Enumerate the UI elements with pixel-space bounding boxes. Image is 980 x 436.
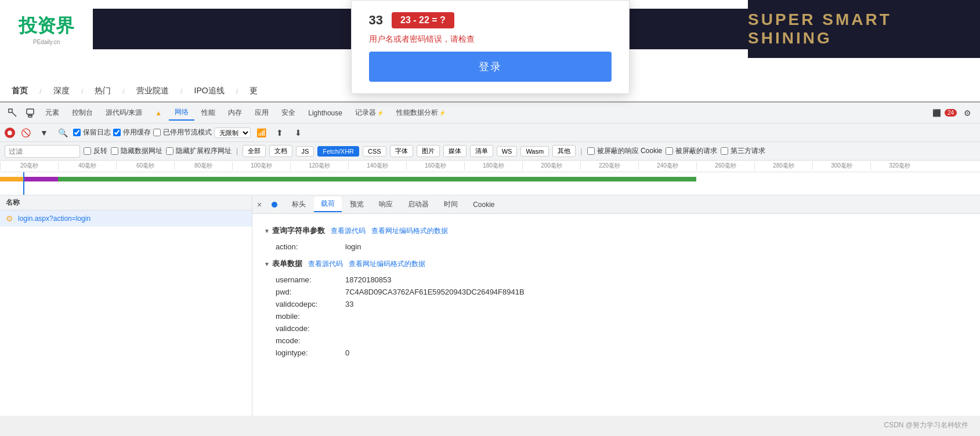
throttle-checkbox[interactable] xyxy=(153,129,161,136)
blocked-request-label[interactable]: 被屏蔽的请求 xyxy=(666,146,717,156)
hide-ext-label[interactable]: 隐藏扩展程序网址 xyxy=(166,146,232,156)
record-button[interactable]: ⏺ xyxy=(5,128,15,138)
hide-data-label[interactable]: 隐藏数据网址 xyxy=(111,146,162,156)
logo-text: 投资界 xyxy=(19,13,74,39)
nav-depth[interactable]: 深度 xyxy=(53,83,70,99)
tab-initiator[interactable]: 启动器 xyxy=(401,197,436,212)
filter-fetch-xhr[interactable]: Fetch/XHR xyxy=(317,146,359,157)
param-row-action: action: login xyxy=(264,241,968,253)
filter-all[interactable]: 全部 xyxy=(243,145,266,157)
nav-more[interactable]: 更 xyxy=(249,83,258,99)
tab-preview[interactable]: 预览 xyxy=(343,197,371,212)
devtools-toolbar2: ⏺ 🚫 ▼ 🔍 保留日志 停用缓存 已停用节流模式 无限制 📶 ⬆ ⬇ xyxy=(0,123,980,142)
blocked-cookie-checkbox[interactable] xyxy=(587,147,595,155)
details-panel: × 标头 载荷 预览 响应 启动器 时间 Cookie 查询字符串参数 查看源代… xyxy=(252,195,980,416)
view-url-encoded-link-form[interactable]: 查看网址编码格式的数据 xyxy=(349,259,425,269)
panel-split: 名称 ⚙ login.aspx?action=login × 标头 载荷 预览 … xyxy=(0,195,980,416)
throttle-label[interactable]: 已停用节流模式 xyxy=(153,128,212,137)
third-party-label[interactable]: 第三方请求 xyxy=(721,146,765,156)
view-url-encoded-link-query[interactable]: 查看网址编码格式的数据 xyxy=(371,226,448,236)
preserve-log-checkbox[interactable] xyxy=(73,129,81,136)
tab-headers[interactable]: 标头 xyxy=(285,197,313,212)
invert-label[interactable]: 反转 xyxy=(84,146,107,156)
filter-media[interactable]: 媒体 xyxy=(443,145,467,157)
view-source-link-query[interactable]: 查看源代码 xyxy=(331,226,366,236)
details-tabs: × 标头 载荷 预览 响应 启动器 时间 Cookie xyxy=(252,195,980,214)
tab-network[interactable]: 网络 xyxy=(169,105,194,121)
filter-button[interactable]: ▼ xyxy=(36,125,52,141)
view-source-link-form[interactable]: 查看源代码 xyxy=(308,259,343,269)
hide-ext-checkbox[interactable] xyxy=(166,147,173,155)
disable-cache-checkbox[interactable] xyxy=(113,129,121,136)
tab-recorder[interactable]: 记录器 ⚡ xyxy=(349,106,389,120)
request-row[interactable]: ⚙ login.aspx?action=login xyxy=(0,210,252,227)
param-row-pwd: pwd: 7C4A8D09CA3762AF61E59520943DC26494F… xyxy=(264,286,968,298)
tab-response[interactable]: 响应 xyxy=(372,197,400,212)
error-message: 用户名或者密码错误，请检查 xyxy=(369,34,612,45)
filter-img[interactable]: 图片 xyxy=(417,145,440,157)
hide-data-text: 隐藏数据网址 xyxy=(121,146,162,156)
tab-security[interactable]: 安全 xyxy=(276,106,301,120)
wifi-icon: 📶 xyxy=(253,125,269,141)
right-ad: SUPER SMART SHINING xyxy=(748,0,980,58)
filter-other[interactable]: 其他 xyxy=(552,145,576,157)
filter-font[interactable]: 字体 xyxy=(390,145,413,157)
download-icon[interactable]: ⬇ xyxy=(290,125,306,141)
invert-checkbox[interactable] xyxy=(84,147,91,155)
tab-payload[interactable]: 载荷 xyxy=(314,197,342,212)
filter-manifest[interactable]: 清单 xyxy=(470,145,493,157)
tab-memory[interactable]: 内存 xyxy=(222,106,248,120)
captcha-row: 33 23 - 22 = ? xyxy=(369,12,612,28)
third-party-checkbox[interactable] xyxy=(721,147,728,155)
param-value-validcodepc: 33 xyxy=(345,300,353,308)
device-icon[interactable] xyxy=(22,105,38,121)
settings-icon[interactable]: ⚙ xyxy=(959,105,975,121)
tab-sources[interactable]: 源代码/来源 xyxy=(100,106,148,120)
tab-console[interactable]: 控制台 xyxy=(66,106,99,120)
login-button[interactable]: 登录 xyxy=(369,52,612,82)
tab-elements[interactable]: 元素 xyxy=(39,106,65,120)
throttle-select[interactable]: 无限制 xyxy=(214,128,251,138)
nav-ipo[interactable]: IPO追线 xyxy=(194,83,225,99)
param-value-logintype: 0 xyxy=(345,348,349,357)
devtools-right-icons: ⬛ 24 ⚙ xyxy=(932,105,975,121)
clear-button[interactable]: 🚫 xyxy=(17,125,34,141)
filter-input[interactable] xyxy=(5,145,80,158)
form-section-header: 表单数据 查看源代码 查看网址编码格式的数据 xyxy=(264,259,968,269)
tab-application[interactable]: 应用 xyxy=(249,106,274,120)
tab-cookie[interactable]: Cookie xyxy=(466,198,501,211)
captcha-box[interactable]: 23 - 22 = ? xyxy=(392,12,454,28)
param-value-username: 18720180853 xyxy=(345,275,392,284)
query-section-title: 查询字符串参数 xyxy=(264,226,325,236)
tick-240: 240毫秒 xyxy=(638,162,696,170)
blocked-cookie-label[interactable]: 被屏蔽的响应 Cookie xyxy=(587,146,663,156)
param-key-validcodepc: validcodepc: xyxy=(276,300,345,308)
filter-ws[interactable]: WS xyxy=(497,146,518,157)
nav-hot[interactable]: 热门 xyxy=(95,83,111,99)
tab-performance[interactable]: 性能 xyxy=(196,106,221,120)
nav-business[interactable]: 营业院道 xyxy=(136,83,169,99)
request-icon: ⚙ xyxy=(6,214,13,223)
logo-area: 投资界 PEdaily.cn xyxy=(12,13,81,45)
upload-icon[interactable]: ⬆ xyxy=(272,125,288,141)
nav-home[interactable]: 首页 xyxy=(12,83,28,99)
tick-160: 160毫秒 xyxy=(406,162,464,170)
inspect-icon[interactable] xyxy=(5,105,21,121)
filter-wasm[interactable]: Wasm xyxy=(520,146,549,157)
tab-perf-insights[interactable]: 性能数据分析 ⚡ xyxy=(390,106,451,120)
error-badge: 24 xyxy=(945,109,957,117)
filter-doc[interactable]: 文档 xyxy=(269,145,292,157)
filter-js[interactable]: JS xyxy=(296,146,314,157)
param-row-mobile: mobile: xyxy=(264,310,968,322)
filter-css[interactable]: CSS xyxy=(363,146,386,157)
hide-data-checkbox[interactable] xyxy=(111,147,118,155)
close-button[interactable]: × xyxy=(257,200,262,209)
tab-timing[interactable]: 时间 xyxy=(437,197,465,212)
tab-lighthouse[interactable]: Lighthouse xyxy=(302,107,348,119)
dot-indicator xyxy=(267,197,284,213)
disable-cache-label[interactable]: 停用缓存 xyxy=(113,128,151,137)
blocked-request-checkbox[interactable] xyxy=(666,147,673,155)
preserve-log-label[interactable]: 保留日志 xyxy=(73,128,111,137)
search-button[interactable]: 🔍 xyxy=(55,125,71,141)
tick-220: 220毫秒 xyxy=(580,162,638,170)
